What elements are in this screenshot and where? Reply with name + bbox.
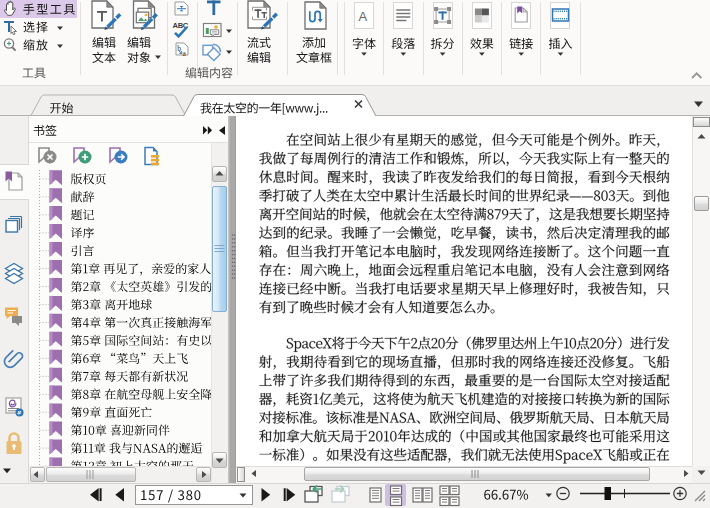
- svg-text:A: A: [359, 9, 368, 24]
